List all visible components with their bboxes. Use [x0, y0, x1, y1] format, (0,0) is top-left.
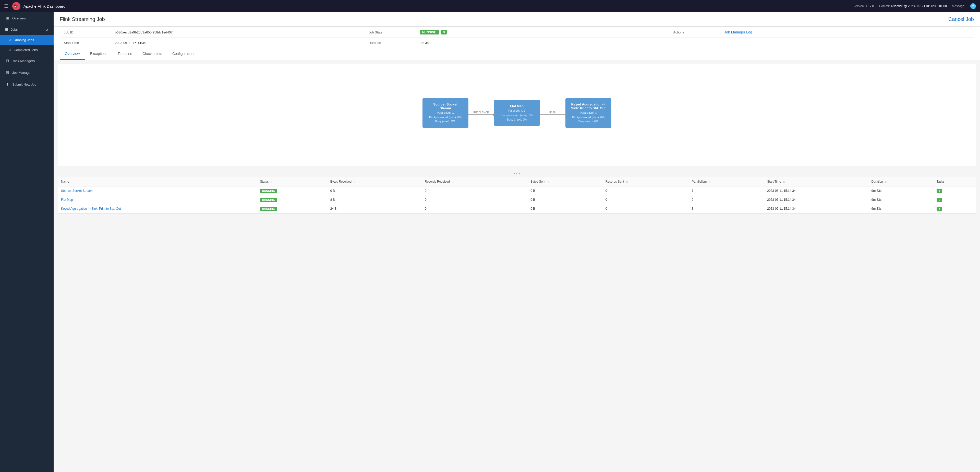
start-time-label-cell: Start Time	[60, 38, 111, 48]
running-badge: RUNNING	[420, 30, 439, 35]
cell-status-2: RUNNING	[257, 204, 327, 213]
col-start-time[interactable]: Start Time ⇅	[764, 177, 868, 186]
flow-node-flatmap-title: Flat Map	[499, 104, 535, 108]
sidebar-item-job-manager[interactable]: ⊡ Job Manager	[0, 67, 54, 78]
job-state-num-badge: 3	[441, 30, 447, 35]
flow-diagram-panel: Source: Socket Stream Parallelism: 1 Bac…	[58, 64, 976, 166]
duration-label-cell: Duration	[364, 38, 415, 48]
actions-empty-cell1	[669, 38, 720, 48]
sidebar-jobs-header[interactable]: ☰ Jobs ∧	[0, 24, 54, 35]
cell-status-0: RUNNING	[257, 186, 327, 195]
tab-checkpoints[interactable]: Checkpoints	[137, 48, 167, 60]
data-table: Name Status ⇅ Bytes Received ⇅ Records R…	[58, 177, 976, 213]
version-label: Version: 1.17.0	[854, 4, 874, 8]
sidebar-item-running-jobs[interactable]: ○ Running Jobs	[0, 35, 54, 45]
flow-node-source-detail: Backpressured (max): 0%Busy (max): N/A	[428, 115, 463, 124]
row-name-link-1[interactable]: Flat Map	[61, 198, 73, 201]
cell-tasks-2: 3	[934, 204, 976, 213]
tab-exceptions[interactable]: Exceptions	[85, 48, 112, 60]
cell-parallelism-0: 1	[689, 186, 764, 195]
flow-node-source-title: Source: Socket Stream	[428, 102, 463, 110]
cell-name-0[interactable]: Source: Socket Stream	[58, 186, 257, 195]
table-row[interactable]: Flat Map RUNNING 8 B 0 0 B 0 2 2023-06-1…	[58, 195, 976, 204]
table-row[interactable]: Keyed Aggregation -> Sink: Print to Std.…	[58, 204, 976, 213]
flow-node-source-parallelism: Parallelism: 1	[428, 111, 463, 114]
cell-duration-2: 9m 33s	[869, 204, 934, 213]
job-state-label-cell: Job State	[364, 27, 415, 38]
flow-node-keyed-agg-title: Keyed Aggregation -> Sink: Print to Std.…	[571, 102, 606, 110]
flow-nodes-container: Source: Socket Stream Parallelism: 1 Bac…	[423, 98, 611, 128]
sidebar-group-jobs: ☰ Jobs ∧ ○ Running Jobs ○ Completed Jobs	[0, 24, 54, 55]
cancel-job-button[interactable]: Cancel Job	[948, 16, 974, 22]
cell-bytes-received-2: 24 B	[327, 204, 422, 213]
more-options-button[interactable]: • • •	[54, 171, 980, 177]
tab-overview[interactable]: Overview	[60, 48, 85, 60]
tasks-badge-2: 3	[937, 207, 942, 211]
start-time-value-cell: 2023-06-11 15:14:34	[111, 38, 364, 48]
flow-node-source[interactable]: Source: Socket Stream Parallelism: 1 Bac…	[423, 98, 468, 128]
row-name-link-0[interactable]: Source: Socket Stream	[61, 189, 92, 193]
flow-diagram: Source: Socket Stream Parallelism: 1 Bac…	[58, 64, 976, 161]
col-duration[interactable]: Duration ⇅	[869, 177, 934, 186]
sort-icon-records-received: ⇅	[452, 180, 453, 183]
col-records-received[interactable]: Records Received ⇅	[422, 177, 527, 186]
duration-value-cell: 9m 34s	[415, 38, 669, 48]
col-status[interactable]: Status ⇅	[257, 177, 327, 186]
message-label: Message:	[952, 4, 965, 8]
overview-icon: ⊞	[5, 16, 10, 21]
cell-start-time-0: 2023-06-11 15:14:34	[764, 186, 868, 195]
row-status-badge-1: RUNNING	[260, 198, 277, 202]
cell-records-sent-1: 0	[603, 195, 689, 204]
flow-node-flatmap[interactable]: Flat Map Parallelism: 2 Backpressured (m…	[494, 100, 540, 126]
row-status-badge-0: RUNNING	[260, 189, 277, 193]
tasks-badge-0: 1	[937, 189, 942, 193]
flow-arrow-rebalance: REBALANCE	[468, 111, 494, 115]
data-table-wrapper: Name Status ⇅ Bytes Received ⇅ Records R…	[58, 177, 976, 214]
col-parallelism[interactable]: Parallelism ⇅	[689, 177, 764, 186]
flow-node-keyed-agg-detail: Backpressured (max): 0%Busy (max): 0%	[571, 115, 606, 124]
commit-label: Commit: 69ecda0 @ 2023-03-17T10:30:06+01…	[879, 4, 947, 8]
main-content: Flink Streaming Job Cancel Job Job ID b6…	[54, 12, 980, 472]
row-name-link-2[interactable]: Keyed Aggregation -> Sink: Print to Std.…	[61, 207, 121, 210]
topbar: ☰ 🦅 Apache Flink Dashboard Version: 1.17…	[0, 0, 980, 12]
cell-parallelism-2: 3	[689, 204, 764, 213]
hamburger-icon[interactable]: ☰	[4, 3, 8, 9]
tab-configuration[interactable]: Configuration	[167, 48, 199, 60]
job-id-value-cell: b630aecb3a9b25d3a655f258dc1ed407	[111, 27, 364, 38]
app-title: Apache Flink Dashboard	[24, 4, 854, 8]
flow-node-keyed-agg-parallelism: Parallelism: 3	[571, 111, 606, 114]
page-title: Flink Streaming Job	[60, 16, 105, 22]
tab-timeline[interactable]: TimeLine	[113, 48, 137, 60]
content-header: Flink Streaming Job Cancel Job	[54, 12, 980, 27]
flow-node-flatmap-parallelism: Parallelism: 2	[499, 109, 535, 112]
col-bytes-received[interactable]: Bytes Received ⇅	[327, 177, 422, 186]
cell-records-sent-0: 0	[603, 186, 689, 195]
cell-bytes-sent-1: 0 B	[527, 195, 603, 204]
job-info-grid: Job ID b630aecb3a9b25d3a655f258dc1ed407 …	[60, 27, 974, 48]
col-records-sent[interactable]: Records Sent ⇅	[603, 177, 689, 186]
message-badge[interactable]: 2	[970, 3, 976, 9]
cell-start-time-1: 2023-06-11 15:14:34	[764, 195, 868, 204]
sidebar-item-task-managers[interactable]: ⊟ Task Managers	[0, 55, 54, 67]
table-row[interactable]: Source: Socket Stream RUNNING 0 B 0 0 B …	[58, 186, 976, 195]
row-status-badge-2: RUNNING	[260, 207, 277, 211]
sort-icon-bytes-sent: ⇅	[547, 180, 549, 183]
cell-records-received-0: 0	[422, 186, 527, 195]
cell-duration-0: 9m 33s	[869, 186, 934, 195]
cell-records-received-1: 0	[422, 195, 527, 204]
job-state-value-cell: RUNNING 3	[415, 27, 669, 38]
sidebar-item-overview[interactable]: ⊞ Overview	[0, 12, 54, 24]
cell-name-2[interactable]: Keyed Aggregation -> Sink: Print to Std.…	[58, 204, 257, 213]
sort-icon-duration: ⇅	[885, 180, 887, 183]
jobs-expand-icon: ∧	[46, 27, 48, 32]
sidebar-item-submit-new-job[interactable]: ⬇ Submit New Job	[0, 78, 54, 90]
flow-arrow-rebalance-label: REBALANCE	[473, 111, 489, 114]
cell-name-1[interactable]: Flat Map	[58, 195, 257, 204]
cell-bytes-received-0: 0 B	[327, 186, 422, 195]
job-manager-log-link[interactable]: Job Manager Log	[724, 30, 752, 34]
sidebar-item-completed-jobs[interactable]: ○ Completed Jobs	[0, 45, 54, 55]
app-logo-icon: 🦅	[12, 2, 21, 10]
flow-node-flatmap-detail: Backpressured (max): 0%Busy (max): 0%	[499, 113, 535, 121]
flow-node-keyed-agg[interactable]: Keyed Aggregation -> Sink: Print to Std.…	[565, 98, 611, 128]
col-bytes-sent[interactable]: Bytes Sent ⇅	[527, 177, 603, 186]
